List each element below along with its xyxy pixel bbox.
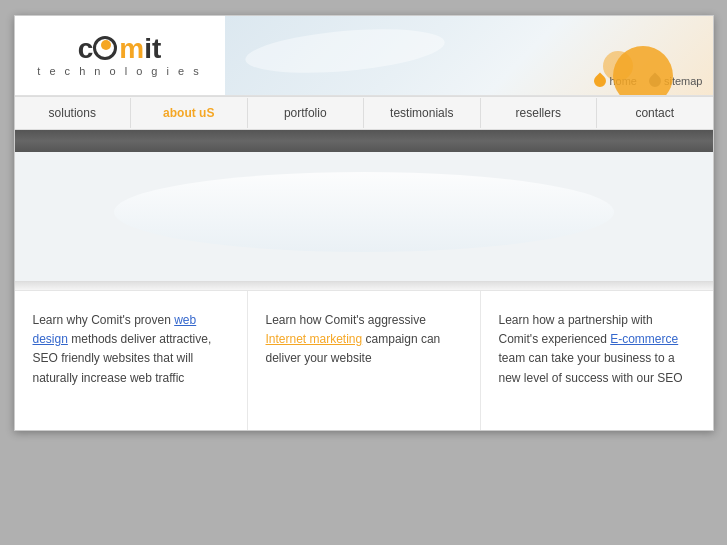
- header: c m it t e c h n o l o g i e s home: [15, 16, 713, 96]
- logo-area: c m it t e c h n o l o g i e s: [15, 16, 225, 95]
- logo-stack: c m it t e c h n o l o g i e s: [37, 35, 201, 77]
- home-link[interactable]: home: [594, 75, 637, 87]
- nav-testimonials[interactable]: testimonials: [364, 98, 481, 128]
- nav-about-us[interactable]: about uS: [131, 98, 248, 128]
- logo-o-icon: [93, 36, 119, 62]
- col2-text-before: Learn how Comit's aggressive: [266, 313, 426, 327]
- dark-bar: [15, 130, 713, 152]
- banner-area: home sitemap: [225, 16, 713, 95]
- col1-text-before: Learn why Comit's proven: [33, 313, 175, 327]
- page-wrapper: c m it t e c h n o l o g i e s home: [14, 15, 714, 431]
- three-cols: Learn why Comit's proven web design meth…: [15, 290, 713, 430]
- nav-solutions[interactable]: solutions: [15, 98, 132, 128]
- logo-tagline: t e c h n o l o g i e s: [37, 65, 201, 77]
- logo-c: c: [78, 35, 94, 63]
- col3-link[interactable]: E-commerce: [610, 332, 678, 346]
- divider-bar: [15, 282, 713, 290]
- col3-text-after: team can take your business to a new lev…: [499, 351, 683, 384]
- logo-it: it: [144, 35, 161, 63]
- sitemap-link[interactable]: sitemap: [649, 75, 703, 87]
- nav-portfolio[interactable]: portfolio: [248, 98, 365, 128]
- col-ecommerce: Learn how a partnership with Comit's exp…: [481, 291, 713, 430]
- col-web-design: Learn why Comit's proven web design meth…: [15, 291, 248, 430]
- col2-link[interactable]: Internet marketing: [266, 332, 363, 346]
- main-nav: solutions about uS portfolio testimonial…: [15, 96, 713, 130]
- nav-contact[interactable]: contact: [597, 98, 713, 128]
- nav-resellers[interactable]: resellers: [481, 98, 598, 128]
- logo-m: m: [119, 35, 144, 63]
- col-internet-marketing: Learn how Comit's aggressive Internet ma…: [248, 291, 481, 430]
- home-label: home: [609, 75, 637, 87]
- sitemap-label: sitemap: [664, 75, 703, 87]
- hero-decoration: [114, 172, 614, 252]
- header-nav-links: home sitemap: [594, 75, 702, 87]
- logo-text: c m it: [78, 35, 162, 63]
- hero-section: [15, 152, 713, 282]
